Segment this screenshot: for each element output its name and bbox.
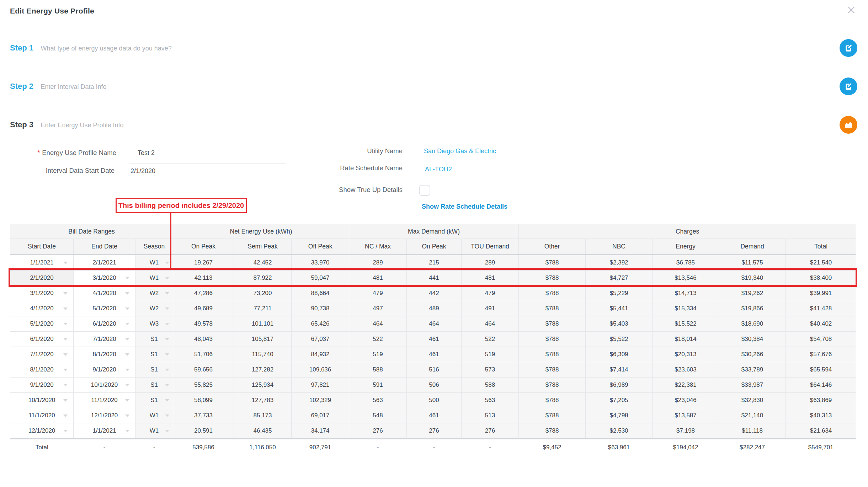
value-cell: $7,205 — [586, 393, 653, 408]
season-cell[interactable]: W2 — [135, 286, 173, 301]
value-cell: 85,173 — [234, 408, 292, 423]
total-cell: - — [462, 439, 519, 456]
step-2-edit-button[interactable] — [840, 77, 857, 95]
end-date-cell[interactable]: 9/1/2020 — [74, 362, 135, 378]
value-cell: 491 — [462, 301, 519, 316]
value-cell: 289 — [462, 255, 519, 271]
season-cell[interactable]: S1 — [135, 378, 173, 393]
chevron-down-icon — [125, 307, 129, 310]
end-date-cell[interactable]: 11/1/2020 — [74, 393, 135, 408]
column-header: Other — [519, 239, 586, 255]
true-up-checkbox[interactable] — [419, 185, 430, 196]
value-cell: $7,414 — [586, 362, 653, 378]
value-cell: $39,991 — [786, 286, 856, 301]
step-1-description: What type of energy usage data do you ha… — [41, 45, 171, 52]
chevron-down-icon — [63, 307, 68, 310]
chevron-down-icon — [125, 277, 129, 279]
value-cell: 67,037 — [292, 332, 349, 347]
column-header: NBC — [586, 239, 653, 255]
end-date-cell[interactable]: 2/1/2021 — [74, 255, 135, 271]
value-cell: $5,229 — [586, 286, 653, 301]
step-3-label: Step 3 — [10, 120, 33, 129]
end-date-cell[interactable]: 6/1/2020 — [74, 316, 135, 332]
show-rate-schedule-details-link[interactable]: Show Rate Schedule Details — [422, 203, 507, 210]
table-head: Bill Date RangesNet Energy Use (kWh)Max … — [10, 224, 856, 255]
value-cell: 49,578 — [173, 316, 234, 332]
value-cell: $788 — [519, 271, 586, 286]
end-date-cell[interactable]: 1/1/2021 — [74, 423, 135, 439]
value-cell: $23,046 — [653, 393, 719, 408]
end-date-cell[interactable]: 4/1/2020 — [74, 286, 135, 301]
season-cell[interactable]: W3 — [135, 316, 173, 332]
step-2-description: Enter Interval Data Info — [41, 83, 106, 90]
season-cell[interactable]: S1 — [135, 393, 173, 408]
start-date-cell[interactable]: 4/1/2020 — [10, 301, 74, 316]
season-cell[interactable]: S1 — [135, 332, 173, 347]
value-cell: 591 — [349, 378, 407, 393]
value-cell: 101,101 — [234, 316, 292, 332]
chevron-down-icon — [165, 399, 169, 402]
table-row: 2/1/20203/1/2020W142,11387,92259,0474814… — [10, 271, 856, 286]
end-date-cell[interactable]: 5/1/2020 — [74, 301, 135, 316]
start-date-cell[interactable]: 7/1/2020 — [10, 347, 74, 362]
season-cell[interactable]: W1 — [135, 255, 173, 271]
table-total-row: Total--539,5861,116,050902,791---$9,452$… — [10, 439, 856, 456]
start-date-cell[interactable]: 10/1/2020 — [10, 393, 74, 408]
required-asterisk: * — [37, 149, 40, 156]
value-cell: 497 — [349, 301, 407, 316]
value-cell: 489 — [407, 301, 462, 316]
column-header: Total — [786, 239, 856, 255]
step-1-section: Step 1 What type of energy usage data do… — [0, 29, 868, 67]
start-date-cell[interactable]: 9/1/2020 — [10, 378, 74, 393]
value-cell: 289 — [349, 255, 407, 271]
season-cell[interactable]: W1 — [135, 408, 173, 423]
value-cell: $788 — [519, 362, 586, 378]
start-date-cell[interactable]: 12/1/2020 — [10, 423, 74, 439]
start-date-cell: 2/1/2020 — [10, 271, 74, 286]
value-cell: $788 — [519, 347, 586, 362]
chevron-down-icon — [165, 414, 169, 417]
value-cell: $4,798 — [586, 408, 653, 423]
start-date-cell[interactable]: 3/1/2020 — [10, 286, 74, 301]
end-date-cell[interactable]: 8/1/2020 — [74, 347, 135, 362]
start-date-cell[interactable]: 11/1/2020 — [10, 408, 74, 423]
value-cell: 90,738 — [292, 301, 349, 316]
season-cell[interactable]: W2 — [135, 301, 173, 316]
table-row: 6/1/20207/1/2020S148,043105,81767,037522… — [10, 332, 856, 347]
value-cell: $41,428 — [786, 301, 856, 316]
annotation-pointer-line — [170, 213, 171, 269]
end-date-cell[interactable]: 12/1/2020 — [74, 408, 135, 423]
value-cell: $33,789 — [719, 362, 786, 378]
close-icon[interactable] — [847, 5, 856, 15]
value-cell: $7,198 — [653, 423, 719, 439]
total-cell: 902,791 — [292, 439, 349, 456]
step-1-edit-button[interactable] — [840, 39, 857, 57]
edit-icon — [844, 82, 853, 91]
step-3-chart-button[interactable] — [840, 116, 857, 134]
season-cell[interactable]: S1 — [135, 347, 173, 362]
start-date-cell[interactable]: 8/1/2020 — [10, 362, 74, 378]
end-date-cell[interactable]: 7/1/2020 — [74, 332, 135, 347]
value-cell: $13,587 — [653, 408, 719, 423]
value-cell: $788 — [519, 332, 586, 347]
season-cell[interactable]: W1 — [135, 423, 173, 439]
end-date-cell[interactable]: 3/1/2020 — [74, 271, 135, 286]
season-cell[interactable]: S1 — [135, 362, 173, 378]
chevron-down-icon — [63, 384, 68, 386]
end-date-cell[interactable]: 10/1/2020 — [74, 378, 135, 393]
start-date-cell[interactable]: 1/1/2021 — [10, 255, 74, 271]
total-cell: - — [349, 439, 407, 456]
start-date-cell[interactable]: 5/1/2020 — [10, 316, 74, 332]
value-cell: 481 — [349, 271, 407, 286]
value-cell: $54,708 — [786, 332, 856, 347]
value-cell: $21,140 — [719, 408, 786, 423]
rate-schedule-link[interactable]: AL-TOU2 — [425, 166, 452, 173]
utility-name-link[interactable]: San Diego Gas & Electric — [424, 148, 496, 155]
column-group-header: Charges — [519, 224, 856, 239]
season-cell[interactable]: W1 — [135, 271, 173, 286]
value-cell: 73,200 — [234, 286, 292, 301]
chevron-down-icon — [165, 430, 169, 432]
start-date-cell[interactable]: 6/1/2020 — [10, 332, 74, 347]
rate-schedule-label: Rate Schedule Name — [249, 164, 403, 172]
value-cell: 442 — [407, 286, 462, 301]
